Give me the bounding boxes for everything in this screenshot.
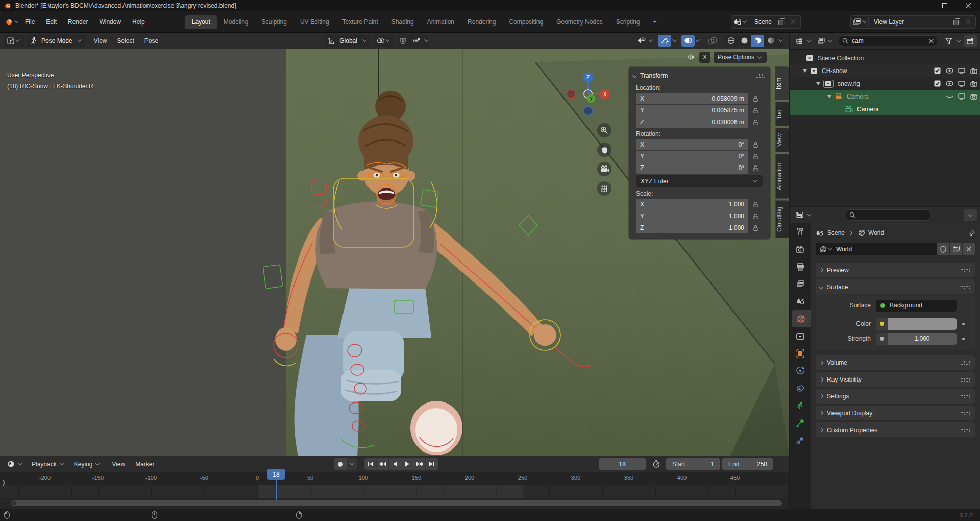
disable-render-icon[interactable] <box>968 68 980 74</box>
tab-render-icon[interactable] <box>790 241 811 258</box>
disable-render-icon[interactable] <box>968 81 980 87</box>
disable-render-icon[interactable] <box>968 93 980 100</box>
scene-icon[interactable] <box>733 18 742 26</box>
color-field[interactable] <box>876 318 957 330</box>
panel-volume[interactable]: Volume <box>816 355 975 370</box>
viewport-menu-view[interactable]: View <box>89 35 112 46</box>
surface-shader-button[interactable]: Background <box>876 300 957 312</box>
lock-icon[interactable] <box>752 225 759 231</box>
filter-icon[interactable] <box>942 35 955 47</box>
preview-range-stopwatch-icon[interactable] <box>650 458 663 470</box>
menu-help[interactable]: Help <box>127 16 151 28</box>
play-button[interactable] <box>401 458 413 470</box>
shading-solid-icon[interactable] <box>738 35 751 47</box>
strength-field[interactable]: 1.000 <box>876 333 957 345</box>
menu-file[interactable]: File <box>19 16 40 28</box>
snap-magnet-icon[interactable] <box>397 35 410 47</box>
menu-edit[interactable]: Edit <box>40 16 62 28</box>
panel-drag-handle[interactable] <box>961 428 970 432</box>
sidebar-tab-animation[interactable]: Animation <box>776 154 789 198</box>
region-toggle-arrow[interactable]: ❭ <box>1 479 6 486</box>
lock-icon[interactable] <box>752 165 759 172</box>
tab-collection-icon[interactable] <box>790 327 811 345</box>
workspace-tab-add[interactable]: + <box>647 15 664 29</box>
timeline-menu-marker[interactable]: Marker <box>130 459 159 470</box>
hidden-eye-closed-icon[interactable] <box>943 94 955 99</box>
view-layer-new-icon[interactable] <box>951 17 962 27</box>
shading-material-icon[interactable] <box>751 35 764 47</box>
panel-drag-handle[interactable] <box>961 361 970 365</box>
exclude-checkbox[interactable] <box>931 80 943 87</box>
viewport-menu-select[interactable]: Select <box>112 35 139 46</box>
hide-eye-icon[interactable] <box>943 81 955 86</box>
timeline-track[interactable] <box>0 485 789 498</box>
menu-render[interactable]: Render <box>62 16 93 28</box>
pan-button[interactable] <box>597 143 611 157</box>
show-object-types-icon[interactable] <box>634 35 648 47</box>
filter-chevron[interactable] <box>957 38 961 42</box>
pin-icon[interactable] <box>968 230 975 236</box>
outliner-editor-icon[interactable] <box>793 35 806 47</box>
workspace-tab-geometry-nodes[interactable]: Geometry Nodes <box>550 15 609 29</box>
properties-editor-chevron[interactable] <box>807 212 811 216</box>
rotation-z-field[interactable]: Z0° <box>636 162 748 174</box>
tab-world-icon[interactable] <box>792 310 811 327</box>
scale-z-field[interactable]: Z1.000 <box>636 222 748 233</box>
panel-drag-handle[interactable] <box>961 411 970 415</box>
clear-search-icon[interactable] <box>929 39 934 43</box>
breadcrumb-scene[interactable]: Scene <box>827 229 845 236</box>
copy-datablock-icon[interactable] <box>950 243 962 255</box>
properties-editor-icon[interactable] <box>793 209 806 221</box>
close-button[interactable] <box>957 0 980 11</box>
tab-output-icon[interactable] <box>790 258 811 275</box>
strength-input-socket[interactable] <box>876 333 888 345</box>
auto-key-record-button[interactable] <box>334 458 347 470</box>
new-collection-button[interactable] <box>964 35 977 47</box>
mirror-x-toggle[interactable]: X <box>699 52 710 63</box>
workspace-tab-sculpting[interactable]: Sculpting <box>255 15 293 29</box>
strength-value[interactable]: 1.000 <box>888 333 957 345</box>
overlays-toggle[interactable] <box>681 35 695 47</box>
sidebar-tab-item[interactable]: Item <box>775 67 789 100</box>
breadcrumb-world[interactable]: World <box>868 229 968 236</box>
tab-object-data-icon[interactable] <box>790 397 811 414</box>
panel-drag-handle[interactable] <box>961 268 970 272</box>
shading-rendered-icon[interactable] <box>764 35 777 47</box>
location-x-field[interactable]: X-0.058009 m <box>636 93 748 104</box>
animate-dot[interactable] <box>962 338 965 340</box>
lock-icon[interactable] <box>752 153 759 160</box>
start-frame-field[interactable]: Start1 <box>666 458 720 470</box>
scene-browse-chevron[interactable] <box>743 19 747 23</box>
location-z-field[interactable]: Z0.030006 m <box>636 116 748 128</box>
disable-viewport-icon[interactable] <box>955 68 968 74</box>
tab-view-layer-icon[interactable] <box>790 275 811 293</box>
previous-keyframe-button[interactable] <box>377 458 389 470</box>
color-swatch[interactable] <box>888 318 957 330</box>
camera-view-button[interactable] <box>597 162 611 176</box>
hide-eye-icon[interactable] <box>943 68 955 74</box>
workspace-tab-scripting[interactable]: Scripting <box>609 15 647 29</box>
zoom-button[interactable] <box>597 123 611 137</box>
panel-custom-properties[interactable]: Custom Properties <box>816 422 975 437</box>
sidebar-tab-cloudrig[interactable]: CloudRig <box>776 201 789 238</box>
view-layer-browse-chevron[interactable] <box>862 19 866 23</box>
tree-row-ch-snow[interactable]: CH-snow <box>790 64 980 77</box>
timeline-scrollbar[interactable] <box>11 500 782 506</box>
playhead-badge[interactable]: 18 <box>267 469 285 480</box>
tab-physics-icon[interactable] <box>790 362 811 380</box>
workspace-tab-texture-paint[interactable]: Texture Paint <box>336 15 385 29</box>
auto-key-chevron[interactable] <box>347 458 357 470</box>
workspace-tab-modeling[interactable]: Modeling <box>217 15 255 29</box>
properties-search[interactable] <box>845 209 932 221</box>
navigation-gizmo[interactable]: Z X Y <box>565 70 611 117</box>
tree-row-camera-object[interactable]: Camera <box>790 90 980 103</box>
timeline-editor-chevron[interactable] <box>18 461 22 465</box>
lock-icon[interactable] <box>752 141 759 148</box>
workspace-tab-animation[interactable]: Animation <box>421 15 461 29</box>
scene-new-icon[interactable] <box>776 17 787 27</box>
editor-type-button[interactable] <box>4 35 24 47</box>
viewport-canvas[interactable]: User Perspective (18) RIG-Snow : FK-Shou… <box>0 49 789 456</box>
properties-options-button[interactable] <box>964 209 977 221</box>
transform-collapse-arrow[interactable] <box>632 74 636 78</box>
outliner-search[interactable]: cam <box>838 35 938 46</box>
